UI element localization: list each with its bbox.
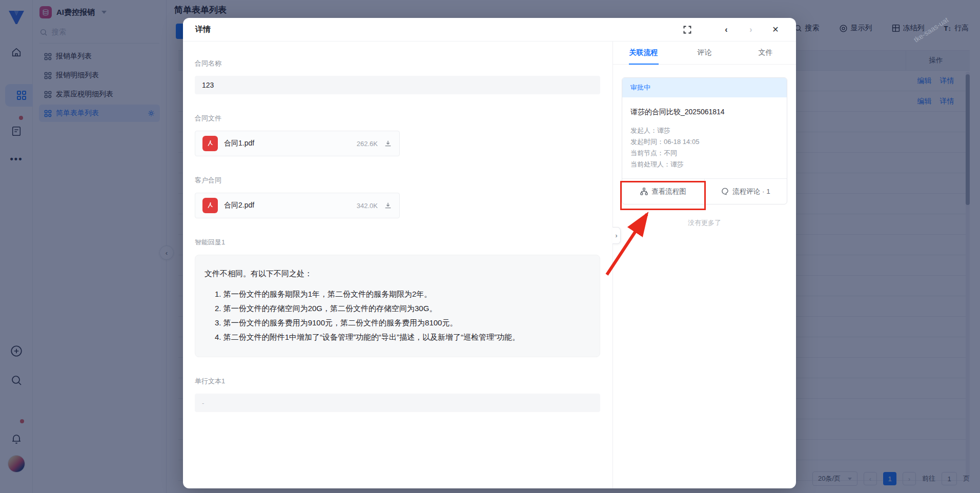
field-contract-file: 合同文件 合同1.pdf 262.6K	[195, 114, 600, 156]
single-line-text-value: -	[195, 394, 600, 412]
flow-card: 审批中 谭莎的合同比较_2025061814 发起人：谭莎 发起时间：06-18…	[622, 77, 787, 204]
tab-files[interactable]: 文件	[735, 42, 796, 64]
flow-meta-current-node: 当前节点：不同	[630, 148, 779, 159]
modal-title: 详情	[195, 25, 211, 34]
panel-collapse-handle[interactable]: ›	[612, 227, 621, 244]
ai-diff-item: 3. 第一份文件的服务费用为9100元，第二份文件的服务费用为8100元。	[215, 316, 590, 330]
app-root: ••• AI费控报销 搜索 报销单列表	[0, 0, 980, 493]
detail-form: 合同名称 123 合同文件 合同1.pdf 262.6K	[183, 42, 613, 488]
flow-title[interactable]: 谭莎的合同比较_2025061814	[630, 108, 779, 117]
field-label: 合同名称	[195, 59, 600, 68]
fullscreen-icon[interactable]	[681, 24, 693, 36]
flow-comments-label: 流程评论 · 1	[732, 187, 770, 196]
field-contract-name: 合同名称 123	[195, 59, 600, 94]
modal-header: 详情 ‹ › ✕	[183, 18, 796, 42]
contract-name-value: 123	[195, 76, 600, 94]
view-flow-diagram-button[interactable]: 查看流程图	[622, 179, 704, 204]
tab-comments[interactable]: 评论	[674, 42, 735, 64]
ai-diff-item: 2. 第一份文件的存储空间为20G，第二份文件的存储空间为30G。	[215, 301, 590, 316]
field-customer-contract: 客户合同 合同2.pdf 342.0K	[195, 176, 600, 218]
prev-record-icon[interactable]: ‹	[720, 24, 732, 36]
flow-meta-initiator: 发起人：谭莎	[630, 125, 779, 136]
field-label: 智能回显1	[195, 238, 600, 247]
flow-status-badge: 审批中	[622, 78, 787, 97]
download-icon[interactable]	[384, 201, 392, 210]
tab-related-flow[interactable]: 关联流程	[613, 42, 674, 64]
next-record-icon[interactable]: ›	[745, 24, 757, 36]
field-single-line-text: 单行文本1 -	[195, 377, 600, 412]
ai-diff-item: 4. 第二份文件的附件1中增加了“设备管理”功能的“导出”描述，以及新增了“巡检…	[215, 330, 590, 344]
field-ai-result: 智能回显1 文件不相同。有以下不同之处： 1. 第一份文件的服务期限为1年，第二…	[195, 238, 600, 357]
panel-tabs: 关联流程 评论 文件	[613, 42, 796, 65]
flow-card-footer: 查看流程图 流程评论 · 1	[622, 178, 787, 204]
no-more-text: 没有更多了	[622, 218, 787, 228]
file-size: 342.0K	[357, 202, 378, 210]
ai-intro: 文件不相同。有以下不同之处：	[205, 266, 590, 281]
download-icon[interactable]	[384, 139, 392, 148]
pdf-icon	[202, 136, 218, 151]
file-attachment[interactable]: 合同1.pdf 262.6K	[195, 131, 400, 156]
pdf-icon	[202, 198, 218, 213]
field-label: 合同文件	[195, 114, 600, 123]
file-name: 合同2.pdf	[224, 201, 254, 210]
flow-meta-start-time: 发起时间：06-18 14:05	[630, 136, 779, 148]
field-label: 客户合同	[195, 176, 600, 185]
ai-comparison-result: 文件不相同。有以下不同之处： 1. 第一份文件的服务期限为1年，第二份文件的服务…	[195, 255, 600, 357]
file-name: 合同1.pdf	[224, 139, 254, 148]
close-icon[interactable]: ✕	[769, 24, 782, 36]
flowchart-icon	[640, 188, 648, 195]
file-size: 262.6K	[357, 140, 378, 148]
panel-content: 审批中 谭莎的合同比较_2025061814 发起人：谭莎 发起时间：06-18…	[613, 65, 796, 240]
flow-card-body: 谭莎的合同比较_2025061814 发起人：谭莎 发起时间：06-18 14:…	[622, 97, 787, 178]
ai-diff-item: 1. 第一份文件的服务期限为1年，第二份文件的服务期限为2年。	[215, 287, 590, 301]
detail-modal: 详情 ‹ › ✕ 合同名称 123 合同文件	[183, 18, 796, 488]
view-flow-diagram-label: 查看流程图	[651, 187, 686, 196]
comment-icon	[721, 188, 729, 195]
file-attachment[interactable]: 合同2.pdf 342.0K	[195, 193, 400, 218]
related-panel: 关联流程 评论 文件 审批中 谭莎的合同比较_2025061814 发起人：谭莎…	[613, 42, 796, 488]
flow-meta-current-handler: 当前处理人：谭莎	[630, 159, 779, 170]
field-label: 单行文本1	[195, 377, 600, 386]
ai-diff-list: 1. 第一份文件的服务期限为1年，第二份文件的服务期限为2年。 2. 第一份文件…	[205, 287, 590, 344]
flow-comments-button[interactable]: 流程评论 · 1	[704, 179, 787, 204]
